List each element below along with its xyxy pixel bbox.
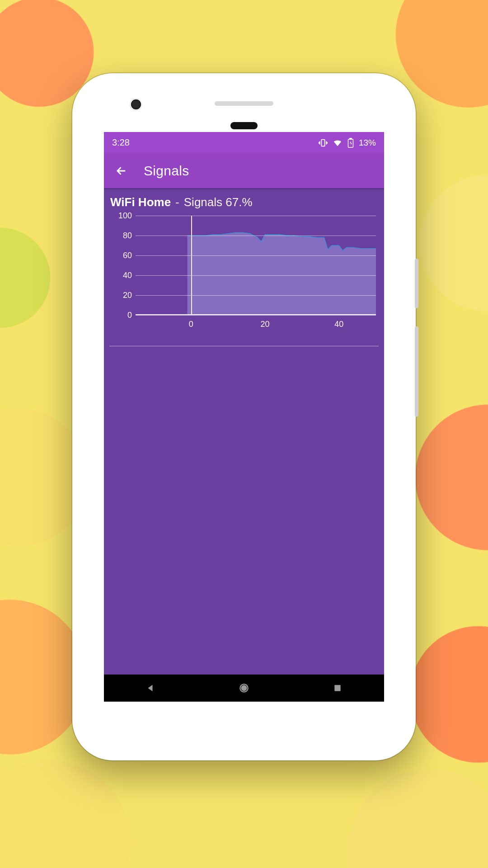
gridline xyxy=(136,216,376,216)
device-frame: 3:28 13% xyxy=(72,73,416,760)
android-nav-bar xyxy=(104,675,384,702)
svg-rect-6 xyxy=(334,685,340,691)
x-tick-label: 20 xyxy=(260,320,269,329)
gridline xyxy=(136,295,376,296)
y-tick-label: 100 xyxy=(110,211,132,220)
y-tick-label: 80 xyxy=(110,231,132,240)
nav-recents-button[interactable] xyxy=(328,679,347,697)
svg-rect-2 xyxy=(350,138,352,139)
page-title: Signals xyxy=(144,163,189,179)
battery-charging-icon xyxy=(347,138,354,148)
wifi-separator: - xyxy=(175,195,179,209)
x-tick-label: 0 xyxy=(189,320,193,329)
chart-area xyxy=(136,216,376,315)
wifi-icon xyxy=(333,138,343,148)
svg-rect-0 xyxy=(321,139,324,146)
wifi-name: WiFi Home xyxy=(110,195,171,209)
chart-plot: 02040608010002040 xyxy=(136,216,376,315)
power-button xyxy=(415,326,418,417)
screen: 3:28 13% xyxy=(104,132,384,702)
wifi-signal-label: Signals 67.% xyxy=(184,195,253,209)
gridline xyxy=(136,275,376,276)
y-tick-label: 40 xyxy=(110,270,132,280)
triangle-back-icon xyxy=(145,683,155,693)
status-time: 3:28 xyxy=(112,137,130,148)
sensor-pill xyxy=(230,122,258,129)
arrow-left-icon xyxy=(115,165,127,177)
vertical-marker xyxy=(191,216,192,315)
content: WiFi Home - Signals 67.% 020406080100020… xyxy=(104,188,384,675)
y-tick-label: 0 xyxy=(110,310,132,320)
volume-button xyxy=(415,259,418,308)
battery-percent: 13% xyxy=(359,138,376,148)
wifi-heading: WiFi Home - Signals 67.% xyxy=(109,194,379,214)
y-tick-label: 20 xyxy=(110,290,132,300)
circle-home-icon xyxy=(238,682,250,694)
gridline xyxy=(136,255,376,256)
chart-card: 02040608010002040 xyxy=(109,214,379,346)
signal-chart: 02040608010002040 xyxy=(136,216,376,338)
square-recents-icon xyxy=(333,684,342,693)
app-bar: Signals xyxy=(104,154,384,188)
svg-point-5 xyxy=(241,685,247,691)
nav-home-button[interactable] xyxy=(235,679,253,697)
gridline xyxy=(136,315,376,316)
nav-back-button[interactable] xyxy=(141,679,160,697)
back-button[interactable] xyxy=(112,162,130,180)
y-tick-label: 60 xyxy=(110,250,132,260)
gridline xyxy=(136,236,376,236)
vibrate-icon xyxy=(318,138,328,148)
x-tick-label: 40 xyxy=(334,320,343,329)
status-bar: 3:28 13% xyxy=(104,132,384,154)
